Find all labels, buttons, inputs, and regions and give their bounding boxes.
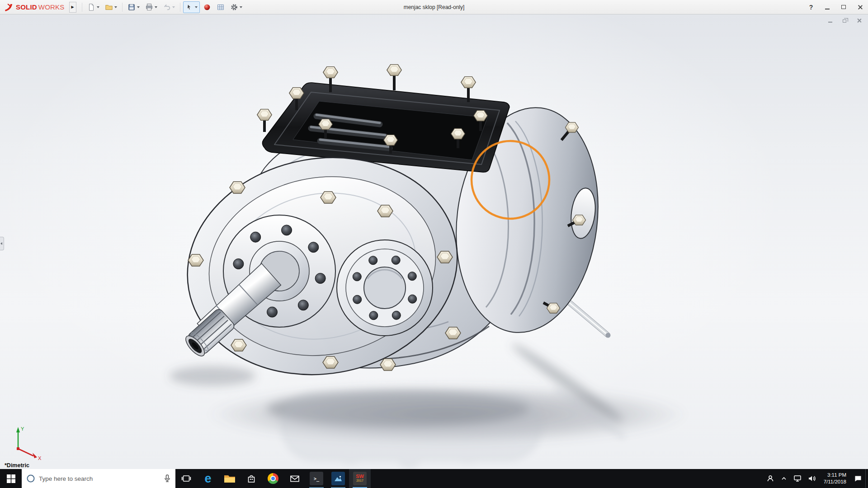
task-view-icon — [181, 474, 191, 483]
taskbar-app-chrome[interactable] — [262, 469, 284, 488]
close-icon — [858, 5, 863, 9]
windows-taskbar: e >_ — [0, 469, 868, 488]
network-icon — [793, 475, 802, 482]
ds-logo-icon — [4, 3, 14, 12]
print-icon — [145, 3, 153, 11]
select-cursor-icon — [185, 3, 193, 11]
options-button[interactable] — [228, 1, 245, 13]
toolbar-separator — [82, 3, 82, 12]
maximize-button[interactable] — [835, 0, 852, 14]
network-button[interactable] — [790, 469, 805, 488]
doc-restore-button[interactable] — [841, 17, 848, 23]
design-table-button[interactable] — [214, 1, 227, 13]
print-button[interactable] — [143, 1, 160, 13]
save-button[interactable] — [125, 1, 142, 13]
microphone-icon[interactable] — [164, 474, 171, 483]
gearbox-3d-model-canvas[interactable] — [0, 14, 868, 469]
people-icon — [766, 474, 774, 483]
open-folder-icon — [105, 3, 113, 11]
dropdown-caret[interactable] — [195, 6, 198, 8]
windows-logo-icon — [7, 474, 15, 483]
doc-restore-icon — [843, 19, 846, 23]
quick-access-toolbar — [80, 0, 245, 14]
clock-date: 7/11/2018 — [824, 479, 846, 485]
collapsed-panel-tab[interactable] — [0, 237, 4, 250]
taskbar-app-file-explorer[interactable] — [219, 469, 241, 488]
appearance-button[interactable] — [201, 1, 213, 13]
help-button[interactable]: ? — [803, 0, 819, 14]
doc-close-icon — [857, 18, 861, 23]
document-window-controls — [826, 17, 863, 23]
toolbar-separator — [122, 3, 123, 12]
undo-button[interactable] — [160, 1, 177, 13]
photos-icon — [331, 472, 345, 485]
brand-text-solid: SOLID — [16, 3, 37, 11]
taskbar-app-photos[interactable] — [327, 469, 349, 488]
maximize-icon — [841, 5, 846, 9]
graphics-area[interactable]: Y X *Dimetric — [0, 14, 868, 469]
minimize-button[interactable] — [819, 0, 835, 14]
close-button[interactable] — [852, 0, 868, 14]
document-title: menjac sklop [Read-only] — [404, 0, 465, 14]
triad-y-label: Y — [21, 426, 24, 432]
hidden-icons-button[interactable] — [778, 469, 790, 488]
undo-icon — [163, 3, 171, 11]
minimize-icon — [825, 9, 830, 9]
orientation-triad: Y X — [5, 422, 47, 461]
chrome-icon — [268, 473, 278, 484]
open-button[interactable] — [103, 1, 119, 13]
start-button[interactable] — [0, 469, 22, 488]
gearbox-model[interactable] — [170, 65, 610, 396]
action-center-icon — [854, 474, 862, 483]
volume-button[interactable] — [805, 469, 819, 488]
window-controls: ? — [803, 0, 868, 14]
dropdown-caret[interactable] — [155, 6, 157, 8]
system-tray: 3:11 PM 7/11/2018 — [763, 469, 868, 488]
dropdown-caret[interactable] — [240, 6, 242, 8]
taskbar-app-store[interactable] — [241, 469, 262, 488]
doc-close-button[interactable] — [855, 17, 863, 23]
save-icon — [127, 3, 136, 11]
people-button[interactable] — [763, 469, 778, 488]
solidworks-icon: SW 2017 — [353, 472, 367, 485]
file-explorer-icon — [224, 474, 236, 483]
action-center-button[interactable] — [851, 469, 865, 488]
app-titlebar: SOLIDWORKS ▶ — [0, 0, 868, 14]
dropdown-caret[interactable] — [97, 6, 99, 8]
gear-icon — [230, 3, 238, 11]
volume-icon — [808, 475, 816, 482]
secondary-flange — [337, 240, 433, 336]
design-table-icon — [217, 3, 225, 11]
doc-minimize-button[interactable] — [826, 17, 834, 23]
dropdown-caret[interactable] — [137, 6, 140, 8]
store-icon — [246, 474, 256, 483]
edge-icon: e — [204, 473, 211, 485]
show-desktop-button[interactable] — [865, 469, 868, 488]
doc-minimize-icon — [828, 22, 832, 23]
cortana-icon — [26, 474, 35, 483]
menu-flyout-button[interactable]: ▶ — [69, 2, 76, 13]
terminal-icon: >_ — [310, 472, 323, 485]
taskbar-app-terminal[interactable]: >_ — [306, 469, 327, 488]
triad-x-label: X — [38, 455, 42, 461]
new-document-icon — [87, 3, 95, 11]
taskbar-search[interactable] — [22, 469, 175, 488]
taskbar-clock[interactable]: 3:11 PM 7/11/2018 — [819, 469, 851, 488]
brand-text-works: WORKS — [38, 3, 65, 11]
toolbar-separator — [180, 3, 180, 12]
taskbar-app-solidworks[interactable]: SW 2017 — [349, 469, 371, 488]
clock-time: 3:11 PM — [827, 472, 846, 479]
dropdown-caret[interactable] — [114, 6, 117, 8]
dropdown-caret[interactable] — [172, 6, 175, 8]
taskbar-app-mail[interactable] — [284, 469, 306, 488]
appearance-sphere-icon — [203, 3, 211, 11]
solidworks-logo: SOLIDWORKS — [0, 0, 69, 14]
select-tool-button[interactable] — [183, 1, 200, 13]
new-document-button[interactable] — [85, 1, 102, 13]
taskbar-app-edge[interactable]: e — [197, 469, 219, 488]
chevron-up-icon — [781, 475, 787, 482]
search-input[interactable] — [39, 475, 160, 482]
task-view-button[interactable] — [175, 469, 197, 488]
view-orientation-label: *Dimetric — [5, 462, 29, 469]
mail-icon — [289, 474, 300, 483]
